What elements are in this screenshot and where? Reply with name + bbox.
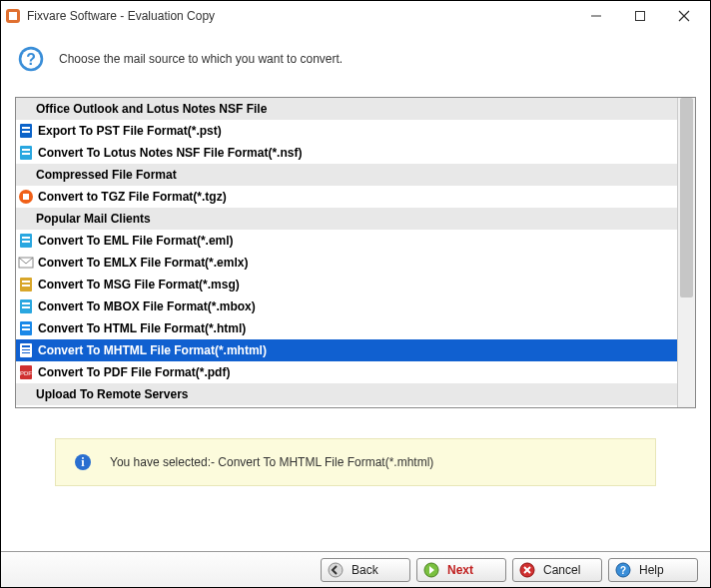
pdf-icon: PDF: [18, 364, 34, 380]
svg-rect-32: [22, 349, 30, 350]
svg-rect-14: [22, 153, 30, 155]
svg-rect-31: [22, 345, 30, 347]
svg-rect-25: [22, 302, 30, 304]
msg-icon: [18, 277, 34, 293]
list-item-label: Convert to TGZ File Format(*.tgz): [38, 190, 227, 204]
list-item-label: Popular Mail Clients: [36, 212, 151, 226]
list-item[interactable]: Convert To EMLX File Format(*.emlx): [16, 252, 677, 274]
tgz-icon: [18, 189, 34, 205]
app-logo-icon: [5, 8, 21, 24]
back-label: Back: [352, 563, 378, 577]
content-area: Office Outlook and Lotus Notes NSF FileE…: [1, 87, 710, 551]
svg-rect-3: [636, 12, 645, 21]
svg-rect-18: [22, 237, 30, 239]
info-icon: i: [74, 453, 92, 471]
next-arrow-icon: [423, 562, 439, 578]
eml-icon: [18, 233, 34, 249]
selection-status-text: You have selected:- Convert To MHTML Fil…: [110, 455, 433, 469]
svg-rect-13: [22, 149, 30, 151]
list-item-label: Convert To PDF File Format(*.pdf): [38, 365, 230, 379]
next-label: Next: [447, 563, 473, 577]
app-window: Fixvare Software - Evaluation Copy ? Cho…: [0, 0, 711, 588]
svg-rect-29: [22, 328, 30, 330]
help-icon: ?: [615, 562, 631, 578]
list-item-label: Convert To MSG File Format(*.msg): [38, 278, 240, 292]
list-item-label: Office Outlook and Lotus Notes NSF File: [36, 102, 267, 116]
list-item-label: Upload To Remote Servers: [36, 387, 188, 401]
title-bar: Fixvare Software - Evaluation Copy: [1, 1, 710, 31]
list-item[interactable]: Convert To Lotus Notes NSF File Format(*…: [16, 142, 677, 164]
close-button[interactable]: [662, 2, 706, 30]
svg-rect-11: [22, 131, 30, 133]
list-item[interactable]: Convert To MHTML File Format(*.mhtml): [16, 339, 677, 361]
list-item-label: Convert To EMLX File Format(*.emlx): [38, 256, 248, 270]
back-button[interactable]: Back: [321, 558, 410, 582]
cancel-icon: [519, 562, 535, 578]
list-item-label: Convert To HTML File Format(*.html): [38, 321, 246, 335]
list-item[interactable]: PDFConvert To PDF File Format(*.pdf): [16, 361, 677, 383]
svg-text:PDF: PDF: [20, 370, 32, 376]
wizard-header: ? Choose the mail source to which you wa…: [1, 31, 710, 87]
lotus-icon: [18, 145, 34, 161]
selection-status-box: i You have selected:- Convert To MHTML F…: [55, 438, 656, 486]
maximize-button[interactable]: [618, 2, 662, 30]
list-item[interactable]: Convert To HTML File Format(*.html): [16, 317, 677, 339]
cancel-label: Cancel: [543, 563, 580, 577]
list-section-header: Popular Mail Clients: [16, 208, 677, 230]
scrollbar-thumb[interactable]: [680, 98, 693, 297]
wizard-footer: Back Next Cancel ? Help: [1, 551, 710, 587]
minimize-button[interactable]: [574, 2, 618, 30]
next-button[interactable]: Next: [416, 558, 506, 582]
back-arrow-icon: [328, 562, 344, 578]
svg-rect-16: [23, 194, 29, 200]
list-section-header: Compressed File Format: [16, 164, 677, 186]
list-section-header: Office Outlook and Lotus Notes NSF File: [16, 98, 677, 120]
svg-text:?: ?: [26, 51, 36, 68]
wizard-instruction: Choose the mail source to which you want…: [59, 52, 343, 66]
svg-text:?: ?: [620, 565, 626, 576]
list-item[interactable]: Export To PST File Format(*.pst): [16, 120, 677, 142]
svg-rect-22: [22, 281, 30, 283]
list-item[interactable]: Convert To EML File Format(*.eml): [16, 230, 677, 252]
html-icon: [18, 320, 34, 336]
list-item-label: Compressed File Format: [36, 168, 177, 182]
scrollbar[interactable]: [677, 98, 695, 407]
svg-point-38: [329, 563, 343, 577]
format-list[interactable]: Office Outlook and Lotus Notes NSF FileE…: [16, 98, 677, 407]
list-item-label: Convert To Lotus Notes NSF File Format(*…: [38, 146, 302, 160]
question-icon: ?: [17, 45, 45, 73]
list-item-label: Export To PST File Format(*.pst): [38, 124, 222, 138]
list-item[interactable]: Convert To MSG File Format(*.msg): [16, 274, 677, 295]
list-item[interactable]: Convert To MBOX File Format(*.mbox): [16, 295, 677, 317]
format-list-container: Office Outlook and Lotus Notes NSF FileE…: [15, 97, 696, 408]
svg-rect-10: [22, 127, 30, 129]
mbox-icon: [18, 298, 34, 314]
list-item-label: Convert To EML File Format(*.eml): [38, 234, 234, 248]
help-label: Help: [639, 563, 664, 577]
svg-rect-26: [22, 306, 30, 308]
list-item-label: Convert To MHTML File Format(*.mhtml): [38, 343, 267, 357]
svg-rect-1: [9, 12, 17, 20]
cancel-button[interactable]: Cancel: [512, 558, 602, 582]
emlx-icon: [18, 255, 34, 271]
svg-rect-33: [22, 352, 30, 353]
list-section-header: Upload To Remote Servers: [16, 383, 677, 405]
svg-rect-28: [22, 324, 30, 326]
svg-rect-19: [22, 241, 30, 243]
svg-rect-23: [22, 285, 30, 287]
help-button[interactable]: ? Help: [608, 558, 698, 582]
list-item[interactable]: Convert to TGZ File Format(*.tgz): [16, 186, 677, 208]
window-title: Fixvare Software - Evaluation Copy: [27, 9, 215, 23]
outlook-icon: [18, 123, 34, 139]
list-item-label: Convert To MBOX File Format(*.mbox): [38, 299, 256, 313]
mhtml-icon: [18, 342, 34, 358]
